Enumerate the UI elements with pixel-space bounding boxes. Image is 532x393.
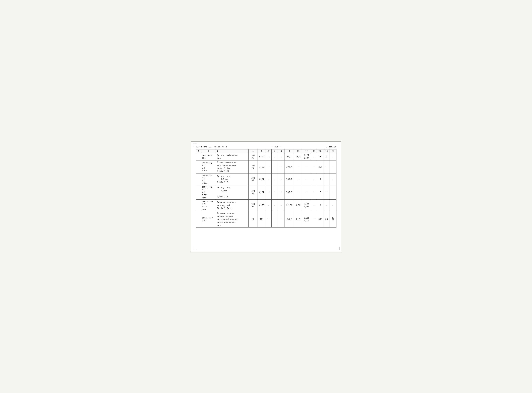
table-header-row: 1 2 3 4 5 6 7 8 9 I0 II I2 I3 I4 I5 <box>196 149 336 153</box>
cell-14: – <box>324 160 329 173</box>
cell-6: – <box>266 153 271 160</box>
cell-6: – <box>266 173 271 185</box>
cell-4: I00M2 <box>248 153 258 160</box>
cell-14: – <box>324 173 329 185</box>
cell-14: 30 <box>324 211 329 227</box>
cell-10: 0,2 <box>294 211 302 227</box>
col-header-13: I3 <box>317 149 324 153</box>
cell-5: 0,I5 <box>258 200 266 211</box>
cell-13: 2I7 <box>317 160 324 173</box>
cell-4: I00M2 <box>248 185 258 200</box>
cell-2: I06 I3–I53Т.ч.п.3.5I8–6 <box>201 200 216 211</box>
col-header-4: 4 <box>248 149 258 153</box>
corner-tl <box>193 143 196 146</box>
cell-4: M2 <box>248 211 258 227</box>
cell-2: I05 ССРСЦч.Iр.Iп.523прим. <box>201 185 216 200</box>
cell-13: 7 <box>317 185 324 200</box>
cell-15: – <box>329 173 336 185</box>
cell-7: –· <box>271 160 278 173</box>
table-row: I03 ССРСЦч.Iр.Iп.526 Сталь тонколисто-ва… <box>196 160 336 173</box>
cell-9: 80,I <box>284 153 294 160</box>
cell-5: 0,07 <box>258 173 266 185</box>
col-header-7: 7 <box>271 149 278 153</box>
table-row: I05 ССРСЦч.Iр.Iп.523прим. То же, толщ. 0… <box>196 185 336 200</box>
corner-bl <box>193 247 196 250</box>
cell-5: I,09 <box>258 160 266 173</box>
header: 903–I–278.90. Ал.I8,кн.5 — 495 — 24218-2… <box>196 146 337 149</box>
cell-11: 0,26 0,09 <box>302 200 311 211</box>
cell-12: – <box>311 200 317 211</box>
cell-8: – <box>278 160 284 173</box>
cell-13: 9 <box>317 173 324 185</box>
cell-11: – <box>302 185 311 200</box>
col-header-14: I4 <box>324 149 329 153</box>
col-header-3: 3 <box>216 149 248 153</box>
cell-15: – <box>329 200 336 211</box>
cell-2: I03 ССРСЦч.Iр.Iп.526 <box>201 160 216 173</box>
cell-8: – <box>278 153 284 160</box>
table-row: I02 26–62II–6 То же, трубопрово-дов I00M… <box>196 153 336 160</box>
table-row: I06 I3–I53Т.ч.п.3.5I8–6 Окраска металло-… <box>196 200 336 211</box>
cell-12: –· <box>311 160 317 173</box>
cell-7: – <box>271 185 278 200</box>
cell-11: I,24 0,37 <box>302 153 311 160</box>
cell-8: – <box>278 185 284 200</box>
cell-14: – <box>324 185 329 200</box>
cell-3: То же, толщ. 0,3мм0,06x I,2 <box>216 185 248 200</box>
cell-7: – <box>271 153 278 160</box>
cell-5: 0,I2 <box>258 153 266 160</box>
cell-6: – <box>266 200 271 211</box>
col-header-8: 8 <box>278 149 284 153</box>
cell-8: – <box>278 173 284 185</box>
cell-2: I04 ССРСЦч.Iр.Iп.523 <box>201 173 216 185</box>
col-header-6: 6 <box>266 149 271 153</box>
cell-15: – <box>329 153 336 160</box>
cell-11: – <box>302 160 311 173</box>
cell-12: – <box>311 211 317 227</box>
cell-12: – <box>311 173 317 185</box>
cell-1 <box>196 153 201 160</box>
cell-7: – <box>271 200 278 211</box>
cell-2: I02 26–62II–6 <box>201 153 216 160</box>
cell-3: Очистка метали-ческим пескомвнутренней п… <box>216 211 248 227</box>
cell-8: – <box>278 211 284 227</box>
cell-3: Окраска металло-конструкцийI0,3x I,Ix 2 <box>216 200 248 211</box>
cell-11: 0,58 0,I7 <box>302 211 311 227</box>
cell-6: – <box>266 211 271 227</box>
col-header-1: 1 <box>196 149 201 153</box>
cell-13: 3 <box>317 200 324 211</box>
header-left: 903–I–278.90. Ал.I8,кн.5 <box>196 146 227 148</box>
cell-10: 3,32 <box>294 200 302 211</box>
cell-9: I99,4 <box>284 160 294 173</box>
main-table: 1 2 3 4 5 6 7 8 9 I0 II I2 I3 I4 I5 I02 <box>196 149 337 228</box>
col-header-12: I2 <box>311 149 317 153</box>
cell-14: 9 <box>324 153 329 160</box>
cell-15: – <box>329 185 336 200</box>
cell-5: I5I <box>258 211 266 227</box>
cell-12: – <box>311 185 317 200</box>
col-header-2: 2 <box>201 149 216 153</box>
cell-1 <box>196 173 201 185</box>
table-row: I04 ССРСЦч.Iр.Iп.523 То же, толщ. 0,5 мм… <box>196 173 336 185</box>
cell-4: I00M2 <box>248 200 258 211</box>
cell-9: 22,66 <box>284 200 294 211</box>
col-header-5: 5 <box>258 149 266 153</box>
header-right: 24218-26 <box>326 146 336 148</box>
col-header-10: I0 <box>294 149 302 153</box>
col-header-11: II <box>302 149 311 153</box>
cell-3: Сталь тонколисто-вая оцинкованнаятолщ. I… <box>216 160 248 173</box>
cell-4: I00M2 <box>248 160 258 173</box>
cell-1 <box>196 211 201 227</box>
cell-12: – <box>311 153 317 160</box>
cell-13: I0 <box>317 153 324 160</box>
header-center: — 495 — <box>272 146 281 148</box>
cell-6: – <box>266 185 271 200</box>
cell-9: 2,02 <box>284 211 294 227</box>
cell-13: 305 <box>317 211 324 227</box>
document-page: 903–I–278.90. Ал.I8,кн.5 — 495 — 24218-2… <box>191 141 341 252</box>
cell-15: – <box>329 160 336 173</box>
table-row: I07 I3–25733–I Очистка метали-ческим пес… <box>196 211 336 227</box>
cell-10: – <box>294 173 302 185</box>
cell-1 <box>196 185 201 200</box>
cell-9: I33,I <box>284 173 294 185</box>
